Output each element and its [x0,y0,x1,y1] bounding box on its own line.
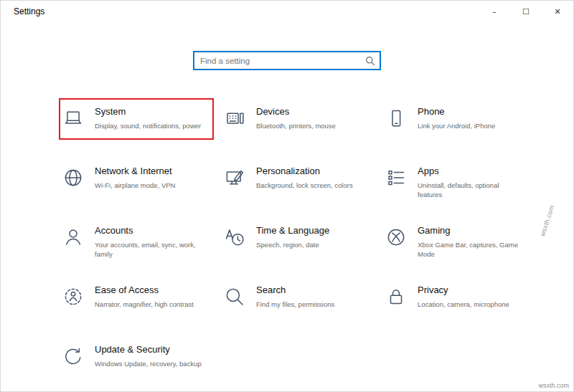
lock-icon [385,285,408,308]
globe-icon [62,166,85,189]
search-row [1,51,573,70]
tile-system[interactable]: System Display, sound, notifications, po… [62,102,223,161]
tile-text: Accounts Your accounts, email, sync, wor… [95,221,202,259]
ease-of-access-icon [62,285,85,308]
tile-update-security[interactable]: Update & Security Windows Update, recove… [62,340,223,392]
tile-search[interactable]: Search Find my files, permissions [223,280,385,340]
tile-desc: Windows Update, recovery, backup [95,359,202,368]
maximize-button[interactable]: ☐ [510,1,542,22]
tile-text: Ease of Access Narrator, magnifier, high… [95,280,202,309]
tile-title: Apps [418,166,525,177]
tile-text: Apps Uninstall, defaults, optional featu… [418,161,525,199]
tile-text: Gaming Xbox Game Bar, captures, Game Mod… [418,221,525,259]
apps-icon [385,166,408,189]
tile-desc: Wi-Fi, airplane mode, VPN [95,181,202,190]
tile-time-language[interactable]: Time & Language Speech, region, date [223,221,385,280]
tile-desc: Link your Android, iPhone [418,121,525,130]
tile-title: Phone [418,106,525,118]
tile-devices[interactable]: Devices Bluetooth, printers, mouse [223,102,385,161]
close-button[interactable]: ✕ [542,1,573,22]
search-box[interactable] [193,51,381,70]
tile-title: Privacy [418,285,525,296]
system-icon [62,107,85,130]
tile-text: System Display, sound, notifications, po… [95,102,202,130]
tile-phone[interactable]: Phone Link your Android, iPhone [385,102,546,161]
tile-title: Ease of Access [95,285,202,296]
tile-desc: Location, camera, microphone [418,300,525,309]
phone-icon [385,107,408,130]
xbox-icon [385,226,408,249]
tile-text: Update & Security Windows Update, recove… [95,340,202,368]
minimize-button[interactable]: – [479,1,510,22]
tile-desc: Xbox Game Bar, captures, Game Mode [418,240,525,259]
tile-title: Devices [256,106,364,118]
tile-gaming[interactable]: Gaming Xbox Game Bar, captures, Game Mod… [385,221,546,280]
tile-desc: Background, lock screen, colors [256,181,364,190]
tile-desc: Narrator, magnifier, high contrast [95,300,202,309]
category-grid: System Display, sound, notifications, po… [1,102,573,392]
tile-text: Time & Language Speech, region, date [256,221,364,249]
tile-text: Personalization Background, lock screen,… [256,161,364,190]
tile-text: Network & Internet Wi-Fi, airplane mode,… [95,161,202,190]
search-input[interactable] [194,57,361,65]
personalization-icon [223,166,246,189]
tile-title: Personalization [256,166,364,177]
magnifier-icon [223,285,246,308]
tile-privacy[interactable]: Privacy Location, camera, microphone [385,280,546,340]
tile-desc: Speech, region, date [256,240,364,249]
accounts-icon [62,226,85,249]
watermark-corner: wsxth.com [538,382,569,389]
tile-title: Time & Language [256,225,364,236]
tile-title: Network & Internet [95,166,202,177]
tile-desc: Uninstall, defaults, optional features [418,181,525,200]
search-icon [361,52,380,69]
tile-desc: Your accounts, email, sync, work, family [95,240,202,259]
tile-title: Gaming [418,225,525,236]
tile-apps[interactable]: Apps Uninstall, defaults, optional featu… [385,161,546,221]
window-title: Settings [14,6,44,16]
titlebar[interactable]: Settings – ☐ ✕ [1,1,573,22]
tile-accounts[interactable]: Accounts Your accounts, email, sync, wor… [62,221,223,280]
tile-text: Privacy Location, camera, microphone [418,280,525,309]
update-icon [62,345,85,368]
tile-title: Search [256,285,364,296]
tile-desc: Find my files, permissions [256,300,364,309]
tile-ease-of-access[interactable]: Ease of Access Narrator, magnifier, high… [62,280,223,340]
tile-title: Update & Security [95,344,202,355]
tile-text: Search Find my files, permissions [256,280,364,309]
tile-title: Accounts [95,225,202,236]
tile-network-internet[interactable]: Network & Internet Wi-Fi, airplane mode,… [62,161,223,221]
tile-text: Devices Bluetooth, printers, mouse [256,102,364,130]
settings-window: Settings – ☐ ✕ System Display, sound, no… [0,0,574,392]
devices-icon [223,107,246,130]
tile-title: System [95,106,202,118]
tile-desc: Bluetooth, printers, mouse [256,121,364,130]
tile-personalization[interactable]: Personalization Background, lock screen,… [223,161,385,221]
time-language-icon [223,226,246,249]
tile-text: Phone Link your Android, iPhone [418,102,525,130]
window-controls: – ☐ ✕ [479,1,573,22]
tile-desc: Display, sound, notifications, power [95,121,202,130]
